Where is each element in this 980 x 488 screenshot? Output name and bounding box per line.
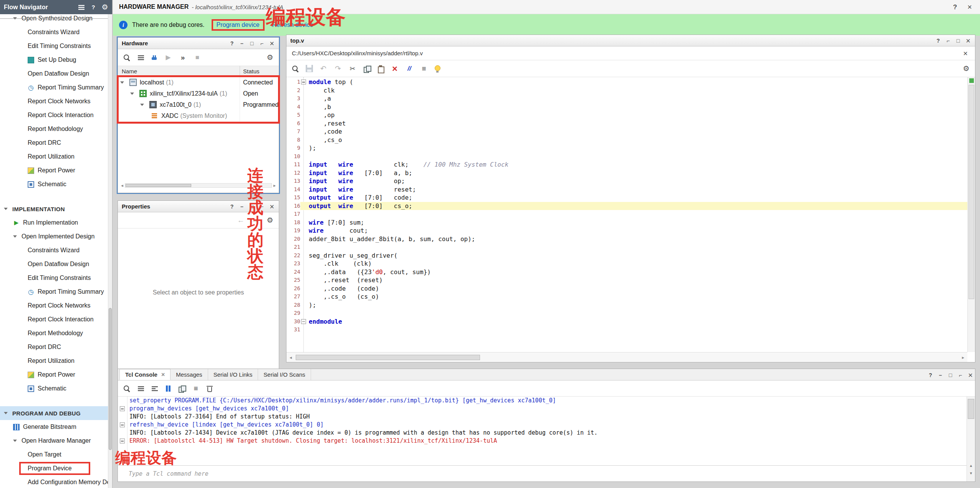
sidebar-item-schematic[interactable]: Schematic (0, 177, 108, 191)
minimize-icon[interactable] (937, 372, 944, 378)
sidebar-item-report-clock-networks[interactable]: Report Clock Networks (0, 299, 108, 313)
sidebar-item-report-methodology[interactable]: Report Methodology (0, 122, 108, 136)
sidebar-item-open-target[interactable]: Open Target (0, 448, 108, 462)
code-line[interactable]: 10 (286, 152, 967, 161)
sidebar-item-edit-timing-constraints[interactable]: Edit Timing Constraints (0, 271, 108, 285)
outline-icon[interactable] (192, 384, 200, 393)
tab-messages[interactable]: Messages (171, 369, 208, 380)
help-icon[interactable] (229, 203, 235, 210)
search-icon[interactable] (122, 384, 131, 393)
code-line[interactable]: 2 clk (286, 86, 967, 95)
outline-icon[interactable] (420, 65, 428, 73)
help-icon[interactable] (229, 40, 235, 46)
code-line[interactable]: 25 ,.reset (reset) (286, 276, 967, 285)
minimize-icon[interactable] (239, 40, 245, 46)
hardware-hscrollbar[interactable]: ◂ ▸ (119, 183, 277, 188)
scrollbar-thumb[interactable] (296, 355, 480, 360)
code-line[interactable]: 17 (286, 210, 967, 218)
settings-icon[interactable] (101, 4, 108, 11)
code-line[interactable]: 22seg_driver u_seg_driver( (286, 251, 967, 260)
tcl-command-input[interactable] (129, 470, 899, 477)
search-icon[interactable] (291, 65, 300, 73)
lightbulb-icon[interactable] (434, 65, 440, 73)
sidebar-item-report-drc[interactable]: Report DRC (0, 340, 108, 354)
code-line[interactable]: 23 .clk (clk) (286, 260, 967, 268)
sidebar-item-program-and-debug[interactable]: PROGRAM AND DEBUG (0, 406, 108, 420)
code-line[interactable]: 8 ,cs_o (286, 136, 967, 144)
sidebar-item-add-configuration-memory-de[interactable]: Add Configuration Memory De (0, 475, 108, 488)
code-line[interactable]: 27 ,.cs_o (cs_o) (286, 293, 967, 301)
sidebar-item-schematic[interactable]: Schematic (0, 382, 108, 395)
close-icon[interactable] (965, 3, 974, 11)
code-line[interactable]: 14input wire reset; (286, 185, 967, 194)
sidebar-item-open-implemented-design[interactable]: Open Implemented Design (0, 230, 108, 243)
code-line[interactable]: 6 ,reset (286, 119, 967, 128)
copy-icon[interactable] (178, 385, 185, 392)
collapse-all-icon[interactable] (137, 54, 145, 61)
sidebar-item-report-utilization[interactable]: Report Utilization (0, 150, 108, 164)
sidebar-item-report-clock-interaction[interactable]: Report Clock Interaction (0, 313, 108, 326)
help-icon[interactable] (935, 38, 941, 44)
code-line[interactable]: 19wire cout; (286, 227, 967, 235)
scroll-right-icon[interactable]: ▸ (272, 183, 277, 188)
sidebar-item-set-up-debug[interactable]: Set Up Debug (0, 53, 108, 67)
console-vscrollbar[interactable]: ▴ ▾ (967, 397, 975, 481)
hardware-tree-row-xilinx-tcf-xilinx-1234-tula[interactable]: xilinx_tcf/Xilinx/1234-tulA(1)Open (118, 88, 279, 99)
delete-icon[interactable] (391, 65, 399, 73)
sidebar-scrollbar[interactable] (108, 14, 112, 488)
code-line[interactable]: 28); (286, 301, 967, 309)
code-line[interactable]: 20adder_8bit u_adder_8bit(a, b, sum, cou… (286, 235, 967, 243)
code-line[interactable]: 18wire [7:0] sum; (286, 218, 967, 227)
fold-marker-icon[interactable] (120, 438, 125, 443)
toggle-comment-icon[interactable] (405, 65, 414, 73)
sidebar-item-constraints-wizard[interactable]: Constraints Wizard (0, 243, 108, 257)
sidebar-item-open-dataflow-design[interactable]: Open Dataflow Design (0, 67, 108, 81)
sidebar-item-report-timing-summary[interactable]: Report Timing Summary (0, 285, 108, 299)
fold-marker-icon[interactable] (301, 319, 306, 324)
copy-icon[interactable] (363, 65, 371, 73)
close-icon[interactable] (965, 38, 971, 44)
collapse-all-icon[interactable] (137, 385, 145, 392)
code-line[interactable]: 13input wire op; (286, 177, 967, 185)
column-header-name[interactable]: Name (118, 66, 240, 76)
forward-icon[interactable] (251, 216, 260, 225)
fold-marker-icon[interactable] (120, 422, 125, 427)
code-line[interactable]: 11input wire clk; // 100 Mhz System Cloc… (286, 160, 967, 169)
pause-output-icon[interactable] (165, 385, 172, 392)
refresh-device-link[interactable]: Refresh device (272, 22, 313, 28)
sidebar-item-constraints-wizard[interactable]: Constraints Wizard (0, 25, 108, 39)
scroll-left-icon[interactable]: ◂ (288, 355, 293, 360)
tab-serial-i-o-scans[interactable]: Serial I/O Scans (258, 369, 311, 380)
code-line[interactable]: 1module top ( (286, 78, 967, 86)
auto-connect-icon[interactable] (151, 54, 158, 61)
code-line[interactable]: 16output wire [7:0] cs_o; (286, 202, 967, 210)
close-icon[interactable] (269, 40, 275, 46)
scroll-down-icon[interactable]: ▾ (967, 470, 975, 476)
float-icon[interactable] (259, 203, 265, 210)
code-line[interactable]: 30endmodule (286, 318, 967, 326)
code-area[interactable]: 1module top (2 clk3 ,a4 ,b5 ,op6 ,reset7… (286, 77, 967, 352)
settings-icon[interactable] (266, 216, 274, 225)
back-icon[interactable] (237, 216, 245, 225)
close-icon[interactable] (269, 203, 275, 210)
scroll-up-icon[interactable]: ▴ (967, 462, 975, 468)
sidebar-item-open-dataflow-design[interactable]: Open Dataflow Design (0, 257, 108, 271)
hardware-tree-row-xc7a100t-0[interactable]: xc7a100t_0(1)Programmed (118, 99, 279, 110)
sidebar-item-run-implementation[interactable]: Run Implementation (0, 216, 108, 230)
code-line[interactable]: 24 ,.data ({23'd0, cout, sum}) (286, 268, 967, 276)
scrollbar-thumb[interactable] (968, 85, 974, 299)
maximize-icon[interactable] (249, 203, 255, 210)
editor-vscrollbar[interactable] (967, 77, 975, 352)
sidebar-item-report-clock-interaction[interactable]: Report Clock Interaction (0, 108, 108, 122)
scroll-right-icon[interactable]: ▸ (960, 355, 966, 360)
help-icon[interactable] (927, 372, 934, 378)
fold-marker-icon[interactable] (120, 406, 125, 411)
stop-icon[interactable] (193, 53, 202, 62)
sidebar-item-implementation[interactable]: IMPLEMENTATION (0, 202, 108, 216)
column-header-status[interactable]: Status (240, 66, 260, 76)
sidebar-item-edit-timing-constraints[interactable]: Edit Timing Constraints (0, 39, 108, 53)
sidebar-item-report-timing-summary[interactable]: Report Timing Summary (0, 81, 108, 94)
maximize-icon[interactable] (955, 38, 961, 44)
float-icon[interactable] (259, 40, 265, 46)
close-icon[interactable] (967, 372, 973, 378)
